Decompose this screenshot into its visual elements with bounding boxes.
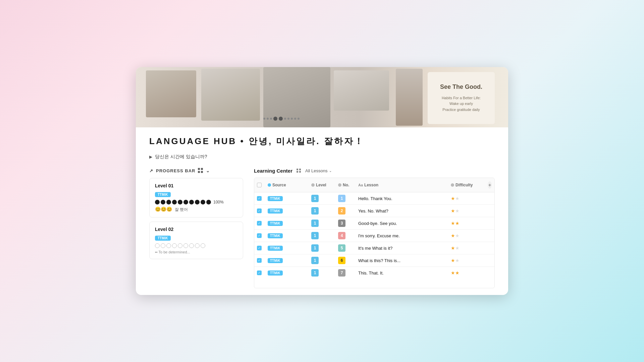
header-checkbox[interactable] [257,183,262,187]
td-lesson: It's me What is it? [356,243,448,253]
table-row: ✓ TTMiK 1 7 This. That. It. ★★ [254,267,494,279]
progress-dot [183,200,188,204]
table-body: ✓ TTMiK 1 1 Hello. Thank You. ★★ ✓ TTMiK… [254,192,494,279]
td-checkbox[interactable]: ✓ [254,219,265,228]
habit-2: Practice gratitude daily [442,107,481,113]
td-level: 1 [309,217,335,229]
td-extra [485,221,494,226]
progress-dot-empty [166,243,171,248]
td-checkbox[interactable]: ✓ [254,256,265,265]
columns-layout: ↗ PROGRESS BAR ⌄ Level 01 TTMiK [149,168,495,288]
dot [263,118,265,120]
habits-text: Habits For a Better Life: Wake up early … [442,95,481,113]
progress-dot-empty [183,243,188,248]
source-tag: TTMiK [268,208,283,214]
hero-motivational-card: See The Good. Habits For a Better Life: … [428,72,495,124]
source-tag: TTMiK [268,196,283,201]
th-no: No. [335,180,356,190]
level-02-card: Level 02 TTMiK •• To be determined... [149,222,243,259]
no-col-icon [338,183,341,187]
diff-col-icon [451,183,454,187]
td-checkbox[interactable]: ✓ [254,243,265,253]
td-checkbox[interactable]: ✓ [254,268,265,278]
td-level: 1 [309,267,335,279]
toggle-label: 당신은 시간에 있습니까? [155,154,207,160]
dot-active [273,117,277,121]
toggle-row[interactable]: ▶ 당신은 시간에 있습니까? [149,154,495,160]
dot [291,118,293,120]
td-checkbox[interactable]: ✓ [254,206,265,216]
progress-dot [161,200,165,204]
td-no: 5 [335,242,356,254]
td-no: 3 [335,217,356,229]
td-extra [485,270,494,275]
grid-icon [198,168,203,173]
table-row: ✓ TTMiK 1 4 I'm sorry. Excuse me. ★★ [254,230,494,242]
habit-1: Wake up early [442,101,481,107]
row-checkbox[interactable]: ✓ [257,258,262,263]
dot [294,118,296,120]
habits-title: Habits For a Better Life: [442,95,481,101]
row-checkbox[interactable]: ✓ [257,196,262,201]
source-tag: TTMiK [268,246,283,251]
row-checkbox[interactable]: ✓ [257,221,262,226]
progress-dot [206,200,211,204]
td-checkbox[interactable]: ✓ [254,194,265,203]
level-badge: 1 [311,207,319,215]
td-no: 4 [335,230,356,242]
hero-photo-1 [146,70,196,117]
filter-label: All Lessons [305,168,327,173]
level-01-label: Level 01 [155,183,237,188]
chevron-down-icon[interactable]: ⌄ [206,168,210,173]
dot [284,118,286,120]
td-level: 1 [309,254,335,266]
source-tag: TTMiK [268,258,283,263]
progress-dot-empty [201,243,205,248]
row-checkbox[interactable]: ✓ [257,246,262,250]
all-lessons-filter[interactable]: All Lessons ⌄ [305,168,331,173]
title-text: LANGUAGE HUB [149,136,236,146]
no-badge: 3 [338,220,345,227]
td-source: TTMiK [265,231,309,241]
source-tag: TTMiK [268,270,283,276]
td-lesson: Good-bye. See you. [356,219,448,228]
level-02-label: Level 02 [155,227,237,232]
link-arrow-icon: ↗ [149,168,153,173]
progress-dot [166,200,171,204]
source-col-label: Source [272,183,286,187]
th-source: Source [265,180,309,190]
lesson-col-icon: Aa [358,183,363,187]
td-no: 7 [335,267,356,279]
row-checkbox[interactable]: ✓ [257,208,262,213]
no-badge: 2 [338,207,345,215]
dot [267,118,269,120]
td-source: TTMiK [265,219,309,228]
row-checkbox[interactable]: ✓ [257,233,262,238]
progress-pct: 100% [213,200,224,204]
td-difficulty: ★★ [448,268,485,278]
hero-photo-2 [201,69,260,121]
td-source: TTMiK [265,194,309,203]
dot-active [279,117,283,121]
level-02-tag: TTMiK [155,236,171,241]
td-lesson: What is this? This is... [356,256,448,265]
th-add[interactable]: + [485,180,494,190]
level-badge: 1 [311,244,319,252]
progress-dot-empty [189,243,194,248]
progress-dot-empty [155,243,160,248]
th-difficulty: Difficulty [448,180,485,190]
add-column-button[interactable]: + [488,181,492,189]
td-extra [485,246,494,250]
td-checkbox[interactable]: ✓ [254,231,265,240]
no-badge: 6 [338,257,345,264]
td-difficulty: ★★ [448,231,485,241]
dot [270,118,272,120]
progress-dot-empty [172,243,177,248]
row-checkbox[interactable]: ✓ [257,270,262,275]
progress-bar-title: PROGRESS BAR [156,168,195,173]
progress-bar-section: ↗ PROGRESS BAR ⌄ Level 01 TTMiK [149,168,243,288]
td-lesson: Hello. Thank You. [356,194,448,203]
status-text-1: 잘 했어 [175,207,188,212]
learning-center-section: Learning Center All Lessons ⌄ [254,168,495,288]
level-01-card: Level 01 TTMiK 100% [149,178,243,218]
